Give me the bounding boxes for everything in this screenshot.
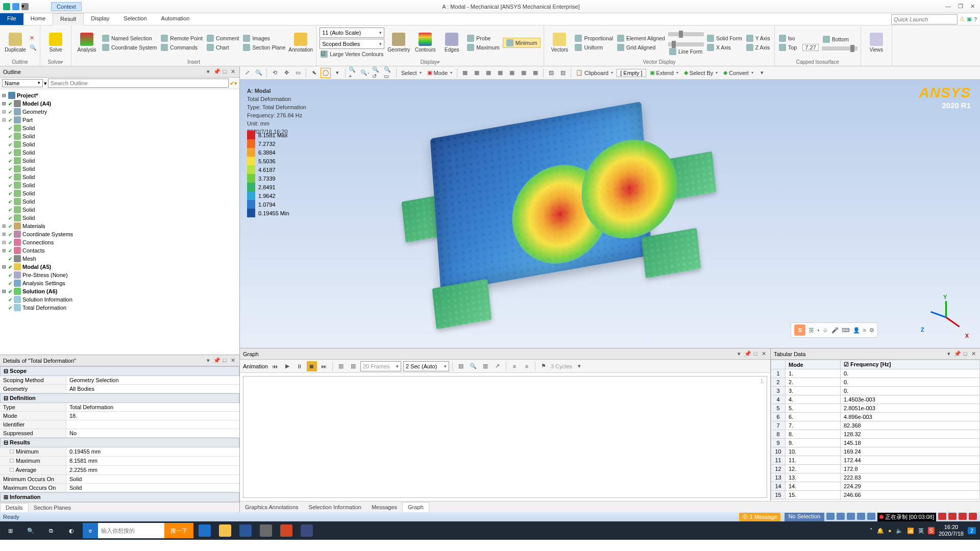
status-messages[interactable]: 🛈 1 Message: [739, 513, 780, 521]
tab-result[interactable]: Result: [53, 13, 84, 26]
anim-tool-icon[interactable]: ▥: [480, 361, 491, 371]
anim-tool-icon[interactable]: ↗: [493, 361, 503, 371]
line-form-button[interactable]: Line Form: [668, 47, 704, 56]
pane-close-icon[interactable]: ✕: [970, 350, 977, 358]
detail-suppressed[interactable]: No: [66, 429, 239, 437]
tree-solid[interactable]: Solid: [22, 158, 35, 164]
images-button[interactable]: Images: [242, 34, 286, 42]
detail-type[interactable]: Total Deformation: [66, 403, 239, 411]
tree-solid[interactable]: Solid: [22, 141, 35, 147]
iso-button[interactable]: Iso: [778, 34, 820, 42]
cycles-dropdown-icon[interactable]: ▾: [574, 361, 584, 371]
pane-pin-icon[interactable]: 📌: [213, 68, 220, 76]
anim-tool-icon[interactable]: ▧: [456, 361, 466, 371]
speed-select[interactable]: 2 Sec (Auto): [403, 361, 449, 371]
section-plane-button[interactable]: Section Plane: [242, 43, 286, 52]
pane-dropdown-icon[interactable]: ▾: [736, 350, 743, 358]
sel-icon[interactable]: ▦: [460, 68, 470, 78]
more-icon[interactable]: ▾: [757, 68, 767, 78]
status-icon[interactable]: [948, 513, 957, 520]
vector-slider-2[interactable]: [668, 42, 704, 46]
browser-search[interactable]: e 搜一下: [83, 523, 193, 538]
filter-dropdown-icon[interactable]: ▾: [44, 80, 47, 87]
coord-system-button[interactable]: Coordinate System: [101, 43, 158, 52]
zoom-window-icon[interactable]: 🔍▭: [383, 68, 394, 78]
extend-menu[interactable]: ▣Extend: [648, 69, 680, 76]
tree-coordsys[interactable]: Coordinate Systems: [22, 231, 73, 237]
vector-slider-1[interactable]: [668, 32, 704, 36]
anim-tool-icon[interactable]: ≡: [509, 361, 520, 371]
commands-button[interactable]: Commands: [160, 43, 204, 52]
geometry-button[interactable]: Geometry: [386, 33, 411, 53]
tab-display[interactable]: Display: [84, 13, 116, 25]
tree-solid[interactable]: Solid: [22, 190, 35, 196]
tree-connections[interactable]: Connections: [22, 239, 54, 245]
start-button[interactable]: ⊞: [0, 521, 20, 540]
browser-search-input[interactable]: [98, 523, 164, 538]
pane-dropdown-icon[interactable]: ▾: [205, 357, 212, 364]
tree-analysis-settings[interactable]: Analysis Settings: [22, 280, 65, 286]
tree-solid[interactable]: Solid: [22, 166, 35, 172]
pane-max-icon[interactable]: □: [962, 350, 969, 358]
ime-toolbar[interactable]: S英•☺🎤⌨👤≡⚙: [791, 322, 878, 338]
tray-up-icon[interactable]: ˄: [870, 528, 873, 534]
proportional-button[interactable]: Proportional: [574, 34, 614, 42]
mode-menu[interactable]: ▣Mode: [425, 69, 455, 76]
close-icon[interactable]: ✕: [970, 3, 975, 10]
pane-max-icon[interactable]: □: [752, 350, 759, 358]
status-icon[interactable]: [959, 513, 967, 520]
contours-button[interactable]: Contours: [413, 33, 437, 53]
tree-solid[interactable]: Solid: [22, 207, 35, 213]
tree-prestress[interactable]: Pre-Stress (None): [22, 272, 68, 278]
qa-icon[interactable]: ▾: [21, 3, 29, 10]
tab-messages[interactable]: Messages: [366, 503, 402, 512]
bottom-button[interactable]: Bottom: [822, 35, 857, 43]
maximize-icon[interactable]: ❐: [958, 3, 963, 10]
uniform-button[interactable]: Uniform: [574, 43, 614, 52]
tree-solinfo[interactable]: Solution Information: [22, 296, 72, 303]
box-icon[interactable]: ▭: [293, 68, 303, 78]
search-icon[interactable]: 🔍: [20, 521, 41, 540]
pan-icon[interactable]: ✥: [281, 68, 291, 78]
scale-select[interactable]: 11 (Auto Scale): [320, 28, 384, 38]
taskbar-app[interactable]: [276, 521, 297, 540]
anim-play-icon[interactable]: ▶: [282, 361, 292, 371]
qa-icon[interactable]: [3, 3, 10, 10]
taskbar-app[interactable]: [235, 521, 256, 540]
anim-last-icon[interactable]: ⏭: [319, 361, 329, 371]
zoom-in-icon[interactable]: 🔍+: [348, 68, 358, 78]
status-icon[interactable]: [969, 513, 977, 520]
ql-icon[interactable]: ?: [974, 16, 977, 22]
tab-file[interactable]: File: [0, 13, 23, 25]
named-selection-button[interactable]: Named Selection: [101, 34, 158, 42]
detail-geometry[interactable]: All Bodies: [66, 385, 239, 393]
pane-pin-icon[interactable]: 📌: [953, 350, 961, 358]
analysis-button[interactable]: Analysis: [75, 33, 99, 53]
tree-solid[interactable]: Solid: [22, 198, 35, 205]
views-button[interactable]: Views: [864, 33, 889, 53]
outline-search-input[interactable]: [48, 79, 229, 88]
edges-button[interactable]: Edges: [439, 33, 464, 53]
status-icon[interactable]: [867, 513, 875, 520]
tree-totaldef[interactable]: Total Deformation: [22, 305, 66, 311]
tree-part[interactable]: Part: [22, 117, 33, 123]
selectby-menu[interactable]: ◆Select By: [682, 69, 720, 76]
tray-icon[interactable]: 📶: [907, 528, 914, 534]
grid-aligned-button[interactable]: Grid Aligned: [616, 43, 666, 52]
tree-solid[interactable]: Solid: [22, 174, 35, 180]
tree-solid[interactable]: Solid: [22, 125, 35, 131]
taskbar-app[interactable]: [194, 521, 215, 540]
clipboard-menu[interactable]: 📋Clipboard: [574, 69, 615, 76]
pane-close-icon[interactable]: ✕: [760, 350, 767, 358]
taskbar-app[interactable]: [256, 521, 276, 540]
tree-model[interactable]: Model (A4): [22, 101, 51, 107]
taskbar-app[interactable]: [215, 521, 235, 540]
sel-icon[interactable]: ▨: [558, 68, 568, 78]
annotation-button[interactable]: Annotation: [288, 33, 313, 53]
status-icon[interactable]: [847, 513, 855, 520]
large-vertex-check[interactable]: Large Vertex Contours: [320, 50, 384, 58]
tab-graph[interactable]: Graph: [402, 502, 429, 512]
detail-scoping-method[interactable]: Geometry Selection: [66, 376, 239, 384]
pane-dropdown-icon[interactable]: ▾: [205, 68, 212, 76]
anim-tool-icon[interactable]: ⚑: [538, 361, 549, 371]
